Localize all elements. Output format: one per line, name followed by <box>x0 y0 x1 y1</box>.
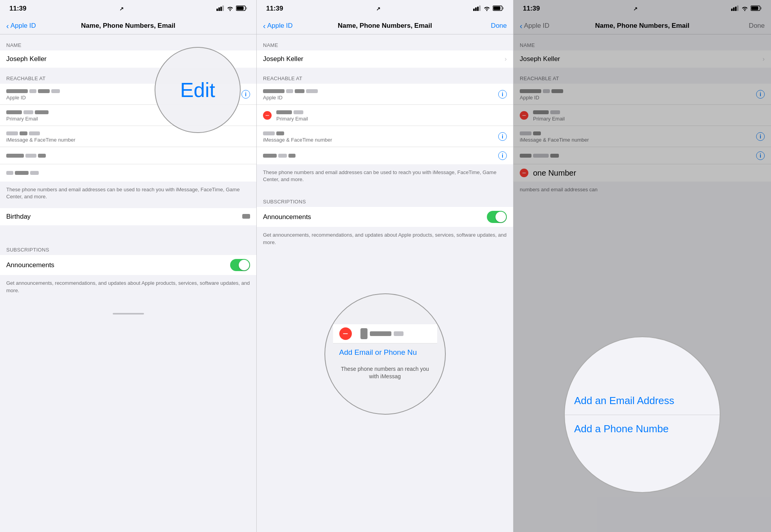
subscriptions-header-1: SUBSCRIPTIONS <box>0 239 256 255</box>
add-circle-2: − Add Email or Phone Nu These phone numb… <box>324 293 446 415</box>
extra-row1-1[interactable] <box>0 147 256 164</box>
svg-rect-5 <box>236 6 243 10</box>
name-value-2: Joseph Keller <box>263 55 501 63</box>
time-2: 11:39 <box>266 5 283 13</box>
toggle-knob-2 <box>495 212 506 222</box>
nav-back-1[interactable]: ‹ Apple ID <box>6 22 36 30</box>
svg-rect-10 <box>479 5 481 11</box>
svg-rect-2 <box>220 7 222 11</box>
section-header-reachable-2: REACHABLE AT <box>257 68 513 84</box>
subscriptions-header-2: SUBSCRIPTIONS <box>257 191 513 207</box>
panel-3: 11:39 ↗ ‹ Apple ID Name, Phone Numbers, … <box>513 0 771 532</box>
name-section-2: Joseph Keller › <box>257 50 513 68</box>
imessage-row-1[interactable]: iMessage & FaceTime number <box>0 126 256 147</box>
circle2-footer: These phone numbers an reach you with iM… <box>333 361 437 384</box>
info-btn-appleid-2[interactable]: i <box>498 90 507 99</box>
status-icons-2 <box>473 5 504 12</box>
imessage-row-2[interactable]: iMessage & FaceTime number i <box>257 126 513 147</box>
announcements-label-2: Announcements <box>263 213 487 221</box>
subscriptions-section-1: Announcements <box>0 255 256 275</box>
signal-icon-2 <box>473 5 481 12</box>
circle2-redacted-row: − <box>333 324 437 343</box>
birthday-row-1[interactable]: Birthday <box>0 208 256 225</box>
svg-rect-12 <box>493 6 500 10</box>
svg-rect-1 <box>218 7 220 11</box>
minus-btn-circle2[interactable]: − <box>339 327 352 340</box>
announcements-toggle-1[interactable] <box>230 259 250 271</box>
apple-id-redacted-2 <box>263 89 318 93</box>
circle2-inner: − Add Email or Phone Nu These phone numb… <box>325 316 445 392</box>
panel-2: 11:39 ↗ ‹ Apple ID Name, Phone Numbers, … <box>257 0 513 532</box>
imessage-redacted-2 <box>263 131 284 135</box>
wifi-icon-1 <box>227 5 234 12</box>
extra-row-2[interactable]: i <box>257 147 513 164</box>
chevron-icon-1: ‹ <box>6 22 9 30</box>
scroll-hint-1 <box>0 302 256 318</box>
reachable-footer-2: These phone numbers and email addresses … <box>257 164 513 191</box>
edit-circle-1: Edit <box>155 47 241 133</box>
svg-rect-6 <box>246 7 247 9</box>
announcements-toggle-2[interactable] <box>487 211 507 223</box>
battery-icon-2 <box>493 5 504 12</box>
svg-rect-0 <box>216 9 218 11</box>
subscriptions-footer-1: Get announcements, recommendations, and … <box>0 275 256 302</box>
extra-redacted-2 <box>263 154 295 158</box>
svg-rect-8 <box>475 7 477 11</box>
svg-rect-3 <box>222 5 224 11</box>
name-chevron-2: › <box>504 55 507 63</box>
apple-id-redacted-1 <box>6 89 60 93</box>
apple-id-label-2: Apple ID <box>263 95 498 101</box>
primary-email-redacted-1 <box>6 110 49 114</box>
minus-btn-email-2[interactable]: − <box>263 111 272 120</box>
reachable-section-2: Apple ID i − Primary Email <box>257 84 513 164</box>
nav-back-label-2: Apple ID <box>267 22 293 30</box>
battery-icon-1 <box>236 5 247 12</box>
extra-redacted1-1 <box>6 154 46 158</box>
extra-row2-1[interactable] <box>0 164 256 182</box>
time-1: 11:39 <box>9 5 26 13</box>
info-btn-appleid-1[interactable]: i <box>241 90 250 99</box>
add-email-option-3[interactable]: Add an Email Address <box>565 387 720 415</box>
birthday-label-1: Birthday <box>6 213 242 221</box>
nav-bar-1: ‹ Apple ID Name, Phone Numbers, Email <box>0 17 256 34</box>
circle2-footer-text: These phone numbers an reach you with iM… <box>341 366 429 379</box>
settings-content-2: NAME Joseph Keller › REACHABLE AT Appl <box>257 34 513 254</box>
section-sep-1 <box>0 225 256 239</box>
status-icons-1 <box>216 5 247 12</box>
nav-done-2[interactable]: Done <box>491 22 507 30</box>
apple-id-row-2[interactable]: Apple ID i <box>257 84 513 105</box>
section-header-name-2: NAME <box>257 34 513 50</box>
add-phone-option-3[interactable]: Add a Phone Numbe <box>565 415 720 443</box>
primary-email-label-2: Primary Email <box>276 116 507 122</box>
location-icon-1: ↗ <box>119 6 124 12</box>
imessage-label-1: iMessage & FaceTime number <box>6 137 250 143</box>
edit-label-1: Edit <box>180 78 215 102</box>
status-bar-2: 11:39 ↗ <box>257 0 513 17</box>
circle2-redacted <box>360 328 404 339</box>
signal-icon-1 <box>216 5 224 12</box>
scrollbar-1 <box>113 313 144 315</box>
primary-email-row-2[interactable]: − Primary Email <box>257 105 513 126</box>
announcements-row-1[interactable]: Announcements <box>0 255 256 275</box>
nav-back-label-1: Apple ID <box>11 22 36 30</box>
info-btn-imessage-2[interactable]: i <box>498 132 507 141</box>
chevron-icon-2: ‹ <box>263 22 266 30</box>
add-options-circle-3: Add an Email Address Add a Phone Numbe <box>564 336 721 493</box>
circle2-add-label[interactable]: Add Email or Phone Nu <box>333 343 437 361</box>
imessage-label-2: iMessage & FaceTime number <box>263 137 498 143</box>
name-row-2[interactable]: Joseph Keller › <box>257 50 513 68</box>
nav-title-1: Name, Phone Numbers, Email <box>81 22 175 30</box>
toggle-knob-1 <box>239 260 249 270</box>
birthday-section-1: Birthday <box>0 208 256 225</box>
subscriptions-section-2: Announcements <box>257 207 513 227</box>
svg-rect-9 <box>477 7 479 11</box>
status-bar-1: 11:39 ↗ <box>0 0 256 17</box>
wifi-icon-2 <box>483 5 490 12</box>
circle3-inner: Add an Email Address Add a Phone Numbe <box>565 387 720 443</box>
nav-back-2[interactable]: ‹ Apple ID <box>263 22 293 30</box>
announcements-row-2[interactable]: Announcements <box>257 207 513 227</box>
svg-rect-13 <box>503 7 504 9</box>
primary-email-redacted-2 <box>276 110 303 114</box>
reachable-footer-1: These phone numbers and email addresses … <box>0 182 256 208</box>
info-btn-extra-2[interactable]: i <box>498 151 507 160</box>
